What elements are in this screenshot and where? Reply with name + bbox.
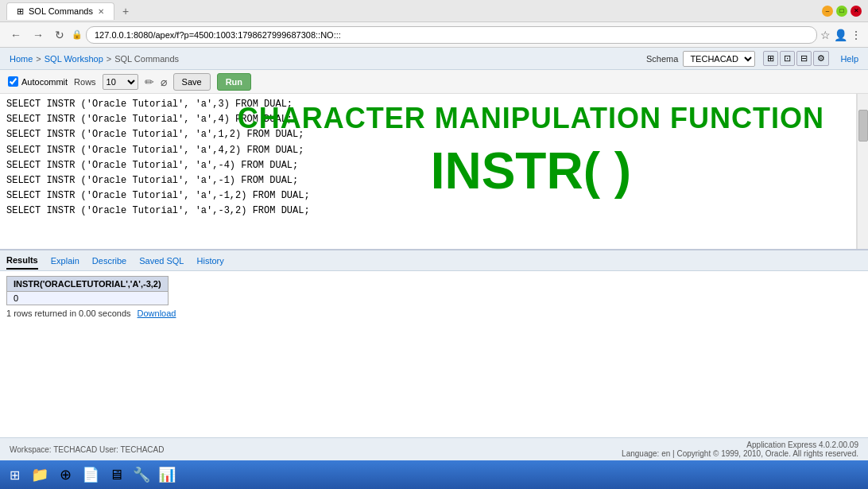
bookmark-icon[interactable]: ☆ (820, 29, 831, 41)
current-page: SQL Commands (114, 54, 179, 64)
results-content: INSTR('ORACLETUTORIAL','A',-3,2) 0 1 row… (0, 271, 868, 321)
breadcrumb: Home > SQL Workshop > SQL Commands (10, 54, 646, 64)
tab-saved-sql[interactable]: Saved SQL (139, 253, 184, 269)
icon-btn-4[interactable]: ⚙ (813, 51, 829, 66)
scrollbar-vertical[interactable] (857, 94, 868, 249)
browser-tab[interactable]: ⊞ SOL Commands ✕ (6, 2, 114, 20)
row-count-info: 1 rows returned in 0.00 seconds (6, 309, 131, 318)
sql-line-7: SELECT INSTR ('Oracle Tutorial', 'a',-1,… (6, 188, 850, 204)
edit-icon[interactable]: ✏ (145, 76, 154, 88)
taskbar-icon-settings[interactable]: 🖥 (105, 464, 127, 486)
run-button[interactable]: Run (217, 73, 251, 91)
taskbar-icon-chrome[interactable]: ⊕ (54, 464, 76, 486)
refresh-button[interactable]: ↻ (51, 27, 68, 43)
copyright-info: Language: en | Copyright © 1999, 2010, O… (622, 449, 858, 458)
address-bar[interactable] (86, 26, 817, 44)
tab-explain[interactable]: Explain (51, 253, 79, 269)
app-express-version: Application Express 4.0.2.00.09 (746, 440, 858, 449)
table-row: 0 (7, 292, 169, 305)
taskbar-icon-app[interactable]: 📊 (156, 464, 178, 486)
results-table: INSTR('ORACLETUTORIAL','A',-3,2) 0 (6, 276, 169, 305)
app-footer: Workspace: TECHACAD User: TECHACAD Appli… (0, 437, 868, 460)
taskbar-icon-tools[interactable]: 🔧 (130, 464, 153, 486)
autocommit-checkbox[interactable] (8, 76, 18, 87)
taskbar-icon-files[interactable]: 📄 (79, 464, 102, 486)
sql-line-5: SELECT INSTR ('Oracle Tutorial', 'a',-4)… (6, 158, 850, 173)
results-section: Results Explain Describe Saved SQL Histo… (0, 249, 868, 321)
minimize-button[interactable]: – (822, 6, 833, 17)
tab-results[interactable]: Results (6, 252, 38, 270)
title-bar: ⊞ SOL Commands ✕ + – □ ✕ (0, 0, 868, 22)
column-header: INSTR('ORACLETUTORIAL','A',-3,2) (7, 277, 169, 292)
sql-area: SELECT INSTR ('Oracle Tutorial', 'a',3) … (0, 94, 868, 249)
tab-history[interactable]: History (197, 253, 224, 269)
tab-describe[interactable]: Describe (92, 253, 126, 269)
forward-button[interactable]: → (29, 27, 48, 43)
breadcrumb-sep2: > (107, 54, 111, 64)
sql-line-1: SELECT INSTR ('Oracle Tutorial', 'a',3) … (6, 97, 850, 112)
tab-title: SOL Commands (29, 6, 93, 16)
clear-icon[interactable]: ⌀ (161, 76, 167, 88)
download-link[interactable]: Download (138, 309, 176, 318)
breadcrumb-bar: Home > SQL Workshop > SQL Commands Schem… (0, 48, 868, 70)
sql-editor[interactable]: SELECT INSTR ('Oracle Tutorial', 'a',3) … (0, 94, 857, 249)
results-tabs: Results Explain Describe Saved SQL Histo… (0, 250, 868, 271)
nav-bar: ← → ↻ 🔒 ☆ 👤 ⋮ (0, 22, 868, 48)
schema-label: Schema (646, 54, 678, 64)
maximize-button[interactable]: □ (836, 6, 847, 17)
breadcrumb-sep1: > (36, 54, 41, 64)
lock-icon: 🔒 (72, 29, 83, 40)
taskbar: ⊞ 📁 ⊕ 📄 🖥 🔧 📊 (0, 460, 868, 489)
menu-icon[interactable]: ⋮ (851, 29, 862, 41)
tab-close-icon[interactable]: ✕ (98, 7, 104, 16)
scrollbar-thumb[interactable] (858, 110, 868, 142)
home-link[interactable]: Home (10, 54, 33, 64)
icon-btn-2[interactable]: ⊡ (780, 51, 795, 66)
back-button[interactable]: ← (6, 27, 25, 43)
sql-line-4: SELECT INSTR ('Oracle Tutorial', 'a',4,2… (6, 143, 850, 158)
icon-btn-1[interactable]: ⊞ (763, 51, 778, 66)
schema-select[interactable]: TECHACAD (683, 51, 755, 67)
sql-line-8: SELECT INSTR ('Oracle Tutorial', 'a',-3,… (6, 204, 850, 219)
sql-line-3: SELECT INSTR ('Oracle Tutorial', 'a',1,2… (6, 127, 850, 142)
close-button[interactable]: ✕ (851, 6, 862, 17)
icon-btn-3[interactable]: ⊟ (796, 51, 812, 66)
sql-toolbar: Autocommit Rows 10 ✏ ⌀ Save Run (0, 70, 868, 94)
sql-line-2: SELECT INSTR ('Oracle Tutorial', 'a',4) … (6, 112, 850, 127)
account-icon[interactable]: 👤 (834, 29, 847, 41)
cell-value: 0 (7, 292, 169, 305)
autocommit-label[interactable]: Autocommit (8, 76, 68, 87)
new-tab-button[interactable]: + (118, 3, 134, 19)
sql-workshop-link[interactable]: SQL Workshop (45, 54, 103, 64)
result-info: 1 rows returned in 0.00 seconds Download (6, 309, 862, 318)
workspace-info: Workspace: TECHACAD User: TECHACAD (10, 445, 165, 454)
save-button[interactable]: Save (173, 73, 211, 91)
rows-label: Rows (74, 77, 96, 87)
taskbar-icon-folder[interactable]: 📁 (29, 464, 51, 486)
sql-line-6: SELECT INSTR ('Oracle Tutorial', 'a',-1)… (6, 173, 850, 188)
rows-select[interactable]: 10 (103, 74, 138, 90)
help-button[interactable]: Help (840, 54, 858, 64)
taskbar-start[interactable]: ⊞ (3, 464, 25, 486)
empty-space (0, 321, 868, 437)
